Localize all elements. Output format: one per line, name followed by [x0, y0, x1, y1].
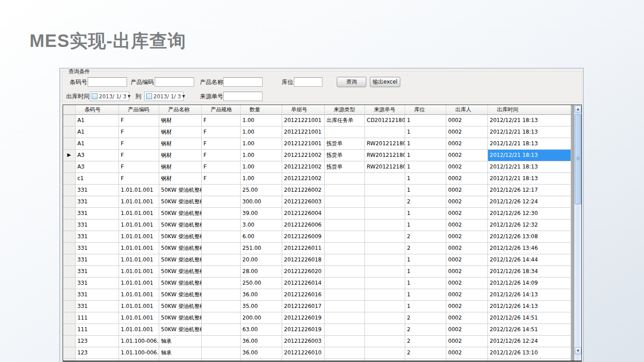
table-cell[interactable]: 0002	[446, 185, 488, 196]
table-cell[interactable]: 331	[76, 231, 119, 243]
table-cell[interactable]	[325, 347, 365, 359]
table-cell[interactable]: 钢材	[159, 126, 202, 138]
table-cell[interactable]	[202, 266, 241, 278]
table-cell[interactable]: 钢材	[159, 138, 202, 150]
table-cell[interactable]: 50KW 柴油机整机	[159, 185, 202, 196]
table-cell[interactable]: 1.01.01.001	[119, 312, 159, 324]
scrollbar-thumb[interactable]	[575, 114, 581, 204]
table-cell[interactable]: 36.00	[241, 347, 282, 359]
table-row[interactable]: 3311.01.01.00150KW 柴油机整机251.002012122601…	[63, 243, 571, 254]
table-cell[interactable]: 111	[76, 324, 119, 336]
table-cell[interactable]	[365, 219, 405, 231]
table-cell[interactable]: F	[202, 115, 241, 126]
table-cell[interactable]: 0002	[446, 243, 488, 254]
chevron-down-icon[interactable]: ▼	[182, 94, 186, 98]
table-cell[interactable]	[365, 185, 405, 196]
table-cell[interactable]: 20.00	[241, 254, 282, 266]
table-cell[interactable]: 63.00	[241, 324, 282, 336]
table-cell[interactable]	[325, 126, 365, 138]
table-cell[interactable]: 2012/12/26 14:13	[488, 289, 571, 301]
table-cell[interactable]: 轴承	[159, 336, 202, 347]
column-header[interactable]: 单据号	[282, 105, 325, 115]
table-cell[interactable]: 50KW 柴油机整机	[159, 231, 202, 243]
table-cell[interactable]	[446, 359, 488, 361]
table-cell[interactable]: 331	[76, 289, 119, 301]
table-cell[interactable]: 50KW 柴油机整机	[159, 278, 202, 289]
table-cell[interactable]: 轴承	[159, 359, 202, 361]
table-cell[interactable]	[325, 243, 365, 254]
column-header[interactable]: 库位	[405, 105, 446, 115]
table-row[interactable]: A1F钢材F1.0020121221001100022012/12/21 18:…	[63, 126, 571, 138]
table-cell[interactable]: 36.00	[241, 336, 282, 347]
table-row[interactable]: 3311.01.01.00150KW 柴油机整机6.00201212260092…	[63, 231, 571, 243]
table-cell[interactable]: 钢材	[159, 115, 202, 126]
table-cell[interactable]: 1	[405, 126, 446, 138]
table-cell[interactable]: 331	[76, 254, 119, 266]
table-cell[interactable]	[325, 173, 365, 185]
table-cell[interactable]: 20121221002	[282, 173, 325, 185]
table-cell[interactable]: 钢材	[159, 150, 202, 161]
table-cell[interactable]: 2012/12/26 14:44	[488, 254, 571, 266]
date-from-checkbox[interactable]	[92, 93, 97, 99]
table-cell[interactable]: 50KW 柴油机整机	[159, 301, 202, 312]
table-cell[interactable]: 0002	[446, 336, 488, 347]
table-cell[interactable]: F	[202, 173, 241, 185]
table-cell[interactable]	[241, 359, 282, 361]
row-indicator[interactable]	[63, 336, 76, 347]
table-cell[interactable]: 0002	[446, 208, 488, 219]
table-cell[interactable]: 331	[76, 196, 119, 208]
table-cell[interactable]: 1	[405, 278, 446, 289]
table-cell[interactable]	[365, 231, 405, 243]
table-cell[interactable]	[365, 336, 405, 347]
table-row[interactable]: A1F钢材F1.0020121221001拣货单RW20121218021000…	[63, 138, 571, 150]
table-cell[interactable]: 20121226020	[282, 266, 325, 278]
table-cell[interactable]: 1.00	[241, 173, 282, 185]
column-header[interactable]: 条码号	[76, 105, 119, 115]
table-cell[interactable]: 0002	[446, 231, 488, 243]
row-indicator[interactable]	[63, 289, 76, 301]
row-indicator[interactable]	[63, 347, 76, 359]
table-row[interactable]: 3311.01.01.00150KW 柴油机整机36.0020121226016…	[63, 289, 571, 301]
table-cell[interactable]: F	[119, 161, 159, 173]
table-cell[interactable]: 2012/12/26 14:51	[488, 324, 571, 336]
table-cell[interactable]	[202, 359, 241, 361]
table-cell[interactable]	[325, 208, 365, 219]
table-cell[interactable]: 轴承	[159, 347, 202, 359]
table-cell[interactable]	[325, 196, 365, 208]
location-input[interactable]	[294, 77, 322, 87]
table-cell[interactable]: 20121221001	[282, 115, 325, 126]
table-cell[interactable]: A1	[76, 138, 119, 150]
table-cell[interactable]: 1.00	[241, 150, 282, 161]
table-cell[interactable]	[365, 173, 405, 185]
table-cell[interactable]: c1	[76, 173, 119, 185]
table-cell[interactable]: 0002	[446, 278, 488, 289]
table-cell[interactable]: 50KW 柴油机整机	[159, 254, 202, 266]
table-cell[interactable]: 1.01.01.001	[119, 185, 159, 196]
table-cell[interactable]: 0002	[446, 266, 488, 278]
table-cell[interactable]: 1.01.01.001	[119, 301, 159, 312]
table-cell[interactable]: F	[119, 138, 159, 150]
source-no-input[interactable]	[223, 92, 263, 101]
table-cell[interactable]: 1	[405, 185, 446, 196]
table-cell[interactable]: 300.00	[241, 196, 282, 208]
row-indicator[interactable]	[63, 208, 76, 219]
table-cell[interactable]: 20121226011	[282, 243, 325, 254]
table-cell[interactable]: 2012/12/26 13:46	[488, 243, 571, 254]
table-cell[interactable]	[365, 289, 405, 301]
table-row[interactable]: ▶A3F钢材F1.0020121221002拣货单RW2012121802100…	[63, 150, 571, 161]
table-cell[interactable]: F	[119, 126, 159, 138]
table-cell[interactable]: 2012/12/26 14:51	[488, 312, 571, 324]
table-cell[interactable]	[365, 254, 405, 266]
table-cell[interactable]: F	[202, 150, 241, 161]
table-cell[interactable]	[119, 359, 159, 361]
table-cell[interactable]: 50KW 柴油机整机	[159, 196, 202, 208]
table-cell[interactable]: 2012/12/26 12:17	[488, 185, 571, 196]
table-cell[interactable]: 20121221001	[282, 126, 325, 138]
table-cell[interactable]: 拣货单	[325, 138, 365, 150]
table-cell[interactable]	[325, 359, 365, 361]
table-row[interactable]: 3311.01.01.00150KW 柴油机整机3.00201212260061…	[63, 219, 571, 231]
table-cell[interactable]: A3	[76, 150, 119, 161]
table-cell[interactable]: 0002	[446, 312, 488, 324]
table-cell[interactable]: CD2012121801	[365, 115, 405, 126]
table-cell[interactable]: RW2012121802	[365, 161, 405, 173]
